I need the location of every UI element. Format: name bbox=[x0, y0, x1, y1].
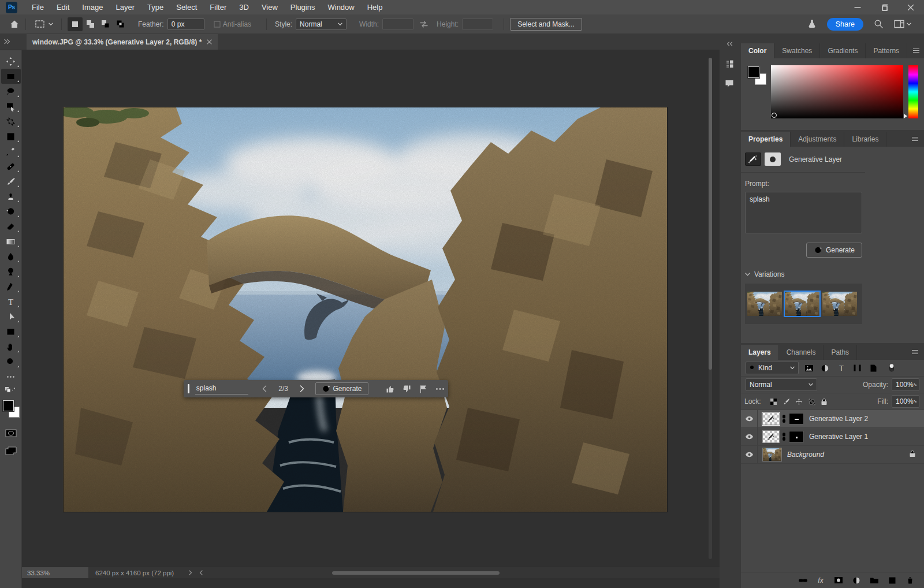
zoom-level-field[interactable]: 33.33% bbox=[22, 567, 88, 578]
panel-tab[interactable]: Gradients bbox=[820, 43, 866, 58]
menu-item[interactable]: Image bbox=[76, 0, 109, 14]
menu-item[interactable]: File bbox=[25, 0, 50, 14]
panel-tab[interactable]: Libraries bbox=[844, 132, 886, 147]
panel-tab[interactable]: Properties bbox=[741, 132, 791, 147]
tool-move[interactable] bbox=[1, 54, 21, 69]
tool-dodge[interactable] bbox=[1, 264, 21, 279]
background-layer-thumbnail[interactable] bbox=[762, 448, 782, 462]
fill-field[interactable]: 100% bbox=[892, 395, 919, 408]
feather-input[interactable]: 0 px bbox=[167, 18, 204, 30]
layer-visibility-toggle[interactable] bbox=[741, 410, 758, 427]
collapse-tabs-icon[interactable] bbox=[3, 38, 10, 45]
lock-position-icon[interactable] bbox=[795, 398, 803, 405]
menu-item[interactable]: Window bbox=[321, 0, 360, 14]
panel-tab[interactable]: Channels bbox=[779, 345, 824, 360]
tool-spot-healing-brush[interactable] bbox=[1, 159, 21, 174]
taskbar-prompt-input[interactable]: splash bbox=[195, 383, 248, 395]
layer-mask-chip[interactable] bbox=[765, 152, 781, 166]
tool-edit-toolbar[interactable] bbox=[1, 369, 21, 384]
hue-slider[interactable] bbox=[908, 65, 918, 118]
tool-zoom[interactable] bbox=[1, 354, 21, 369]
horizontal-scrollbar-thumb[interactable] bbox=[332, 571, 500, 575]
filter-pixel-layers-icon[interactable] bbox=[803, 362, 815, 374]
tool-type[interactable]: T bbox=[1, 294, 21, 309]
vertical-scrollbar-thumb[interactable] bbox=[709, 58, 712, 370]
tool-rectangular-marquee[interactable] bbox=[1, 69, 21, 84]
lock-artboard-icon[interactable] bbox=[808, 398, 815, 405]
add-layer-mask-icon[interactable] bbox=[832, 576, 845, 584]
layer-name[interactable]: Generative Layer 2 bbox=[809, 415, 868, 423]
menu-item[interactable]: Edit bbox=[50, 0, 76, 14]
beta-features-icon[interactable] bbox=[807, 19, 817, 29]
previous-variation-button[interactable] bbox=[256, 385, 273, 392]
taskbar-drag-handle[interactable] bbox=[188, 384, 189, 393]
menu-item[interactable]: Help bbox=[361, 0, 389, 14]
tool-hand[interactable] bbox=[1, 339, 21, 354]
properties-panel-menu[interactable] bbox=[906, 132, 924, 147]
layer-name[interactable]: Generative Layer 1 bbox=[809, 433, 868, 441]
variation-thumbnail-2-selected[interactable] bbox=[785, 292, 819, 316]
delete-layer-icon[interactable] bbox=[904, 576, 916, 585]
menu-item[interactable]: Select bbox=[170, 0, 203, 14]
layers-panel-menu[interactable] bbox=[906, 345, 924, 360]
filter-smart-objects-icon[interactable] bbox=[867, 362, 880, 374]
swap-dimensions-icon[interactable] bbox=[419, 20, 429, 28]
tool-lasso[interactable] bbox=[1, 84, 21, 99]
menu-item[interactable]: Plugins bbox=[284, 0, 322, 14]
layer-style-button[interactable]: fx bbox=[814, 576, 827, 585]
rate-good-button[interactable] bbox=[382, 385, 399, 393]
select-and-mask-button[interactable]: Select and Mask... bbox=[510, 18, 582, 31]
mask-link-icon[interactable] bbox=[781, 432, 787, 441]
filter-adjustment-layers-icon[interactable] bbox=[819, 362, 831, 374]
variation-thumbnail-3[interactable] bbox=[822, 292, 857, 316]
screen-mode-button[interactable] bbox=[1, 444, 21, 457]
rate-bad-button[interactable] bbox=[398, 385, 415, 393]
filter-kind-dropdown[interactable]: Kind bbox=[746, 362, 799, 374]
menu-item[interactable]: 3D bbox=[233, 0, 255, 14]
tool-object-selection[interactable] bbox=[1, 99, 21, 114]
document-tab[interactable]: window.JPG @ 33.3% (Generative Layer 2, … bbox=[27, 34, 218, 50]
opacity-field[interactable]: 100% bbox=[892, 378, 919, 391]
tool-preset-marquee[interactable] bbox=[34, 18, 53, 30]
panel-foreground-swatch[interactable] bbox=[748, 66, 759, 78]
next-variation-button[interactable] bbox=[294, 385, 311, 392]
layer-row-generative-1[interactable]: Generative Layer 1 bbox=[741, 428, 924, 446]
filter-type-layers-icon[interactable]: T bbox=[835, 362, 847, 374]
new-layer-icon[interactable] bbox=[886, 576, 899, 585]
panel-tab[interactable]: Layers bbox=[741, 345, 779, 360]
minimize-button[interactable] bbox=[844, 0, 871, 14]
new-selection-button[interactable] bbox=[68, 17, 83, 31]
link-layers-icon[interactable] bbox=[796, 578, 809, 583]
new-group-icon[interactable] bbox=[868, 576, 881, 584]
width-input[interactable] bbox=[382, 18, 413, 30]
status-next-icon[interactable] bbox=[189, 570, 192, 575]
menu-item[interactable]: Filter bbox=[203, 0, 233, 14]
menu-item[interactable]: Layer bbox=[110, 0, 141, 14]
tool-rectangle[interactable] bbox=[1, 324, 21, 339]
style-dropdown[interactable]: Normal bbox=[296, 18, 346, 30]
generate-button[interactable]: Generate bbox=[806, 243, 862, 258]
filter-toggle-switch[interactable] bbox=[885, 362, 897, 374]
generative-layer-thumbnail[interactable] bbox=[762, 430, 780, 443]
panel-tab[interactable]: Patterns bbox=[866, 43, 907, 58]
intersect-selection-button[interactable] bbox=[113, 17, 128, 31]
color-field-cursor[interactable] bbox=[772, 113, 777, 118]
workspace-switcher[interactable] bbox=[894, 20, 911, 28]
tool-frame[interactable] bbox=[1, 129, 21, 144]
taskbar-more-button[interactable] bbox=[431, 388, 448, 390]
foreground-color-swatch[interactable] bbox=[3, 400, 14, 411]
hue-slider-pointer[interactable] bbox=[904, 114, 907, 118]
layer-visibility-toggle[interactable] bbox=[741, 428, 758, 445]
tool-eraser[interactable] bbox=[1, 219, 21, 234]
tool-brush[interactable] bbox=[1, 174, 21, 189]
background-lock-icon[interactable] bbox=[909, 450, 916, 459]
tool-gradient[interactable] bbox=[1, 234, 21, 249]
adjustment-layer-icon[interactable] bbox=[850, 576, 863, 585]
contextual-taskbar[interactable]: splash 2/3 Generate bbox=[184, 380, 448, 397]
panel-tab[interactable]: Swatches bbox=[774, 43, 820, 58]
panel-tab[interactable]: Paths bbox=[824, 345, 857, 360]
prompt-textarea[interactable]: splash bbox=[745, 192, 862, 233]
layer-row-generative-2[interactable]: Generative Layer 2 bbox=[741, 410, 924, 428]
layer-mask-thumbnail[interactable] bbox=[789, 431, 804, 442]
tool-history-brush[interactable] bbox=[1, 204, 21, 219]
